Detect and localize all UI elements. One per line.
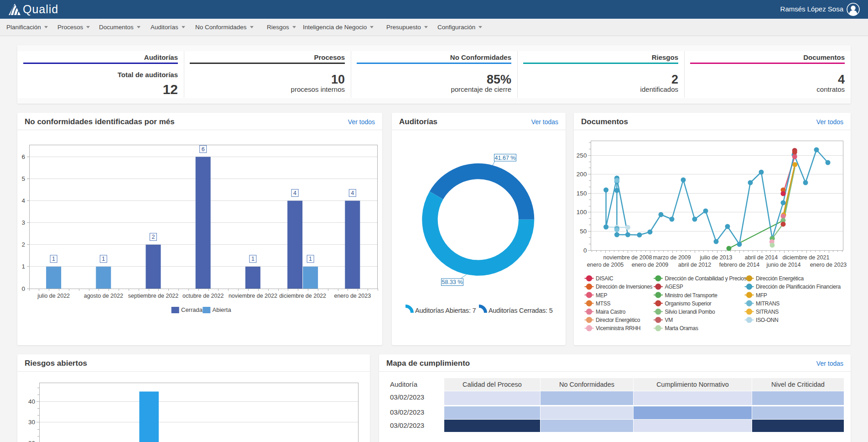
- svg-text:diciembre de 2021: diciembre de 2021: [783, 254, 830, 261]
- svg-text:100: 100: [577, 209, 587, 216]
- svg-text:Maira Castro: Maira Castro: [596, 309, 626, 315]
- svg-text:noviembre de 2022: noviembre de 2022: [229, 293, 277, 299]
- svg-text:Silvio Llerandi Pombo: Silvio Llerandi Pombo: [665, 309, 715, 315]
- svg-text:5: 5: [21, 175, 25, 182]
- svg-text:VM: VM: [665, 317, 673, 323]
- svg-text:julio de 2013: julio de 2013: [700, 254, 733, 261]
- svg-text:Organismo Superior: Organismo Superior: [665, 300, 712, 307]
- svg-text:50: 50: [580, 228, 587, 235]
- svg-text:1: 1: [102, 256, 105, 262]
- svg-text:Viceministra RRHH: Viceministra RRHH: [596, 325, 640, 332]
- svg-text:150: 150: [577, 190, 587, 197]
- svg-text:enero de 2023: enero de 2023: [810, 262, 847, 268]
- svg-text:noviembre de 2008: noviembre de 2008: [603, 254, 652, 261]
- svg-text:Dirección de Planificación Fin: Dirección de Planificación Financiera: [756, 284, 841, 290]
- svg-text:250: 250: [577, 152, 587, 159]
- svg-text:ISO-ONN: ISO-ONN: [756, 317, 778, 323]
- svg-text:20: 20: [28, 440, 35, 442]
- svg-text:MTSS: MTSS: [596, 300, 610, 307]
- svg-text:enero de 2009: enero de 2009: [632, 262, 669, 268]
- svg-text:febrero de 2014: febrero de 2014: [719, 262, 759, 268]
- svg-text:MFP: MFP: [756, 292, 767, 299]
- svg-text:0: 0: [21, 285, 25, 292]
- svg-text:septiembre de 2022: septiembre de 2022: [128, 293, 179, 299]
- svg-text:junio de 2014: junio de 2014: [766, 262, 800, 268]
- svg-text:marzo de 2009: marzo de 2009: [653, 254, 691, 261]
- svg-text:3: 3: [21, 219, 25, 226]
- svg-text:julio de 2022: julio de 2022: [37, 293, 70, 299]
- svg-text:6: 6: [202, 146, 205, 153]
- svg-text:2: 2: [21, 241, 25, 248]
- svg-text:enero de 2005: enero de 2005: [587, 262, 624, 268]
- svg-text:abril de 2012: abril de 2012: [678, 262, 711, 268]
- svg-text:Cerrada: Cerrada: [181, 306, 203, 313]
- svg-text:1: 1: [52, 256, 55, 262]
- svg-text:200: 200: [577, 171, 587, 178]
- svg-text:Auditorías Cerradas: 5: Auditorías Cerradas: 5: [489, 307, 553, 314]
- svg-text:6: 6: [21, 153, 25, 160]
- svg-text:agosto de 2022: agosto de 2022: [84, 293, 123, 299]
- svg-text:1: 1: [21, 263, 25, 270]
- svg-text:Director Energético: Director Energético: [596, 317, 640, 323]
- svg-text:4: 4: [351, 190, 354, 196]
- svg-text:Dirección de Inversiones: Dirección de Inversiones: [596, 284, 652, 290]
- svg-text:enero de 2023: enero de 2023: [334, 293, 371, 299]
- svg-text:octubre de 2022: octubre de 2022: [182, 293, 223, 299]
- svg-text:MEP: MEP: [596, 292, 607, 299]
- svg-text:diciembre de 2022: diciembre de 2022: [279, 293, 326, 299]
- svg-text:Marta Oramas: Marta Oramas: [665, 325, 698, 332]
- svg-text:30: 30: [28, 419, 35, 426]
- svg-text:AGESP: AGESP: [665, 284, 683, 290]
- svg-text:40: 40: [28, 398, 35, 405]
- svg-text:Ministro del Transporte: Ministro del Transporte: [665, 292, 718, 299]
- svg-text:MITRANS: MITRANS: [756, 300, 780, 307]
- svg-text:DISAIC: DISAIC: [596, 275, 613, 282]
- svg-text:Auditorías Abiertas: 7: Auditorías Abiertas: 7: [415, 307, 476, 314]
- svg-text:0: 0: [583, 247, 587, 254]
- svg-text:58.33 %: 58.33 %: [442, 279, 463, 285]
- svg-text:4: 4: [293, 190, 296, 196]
- svg-text:SITRANS: SITRANS: [756, 309, 779, 315]
- svg-text:2: 2: [152, 234, 155, 240]
- svg-text:abril de 2014: abril de 2014: [745, 254, 778, 261]
- svg-text:Dirección de Contabilidad y Pr: Dirección de Contabilidad y Precios: [665, 275, 747, 282]
- svg-text:1: 1: [309, 256, 312, 262]
- svg-text:1: 1: [251, 256, 255, 262]
- svg-text:4: 4: [21, 197, 25, 204]
- svg-text:Abierta: Abierta: [213, 306, 232, 313]
- svg-text:41.67 %: 41.67 %: [495, 155, 516, 161]
- svg-text:Dirección Energética: Dirección Energética: [756, 275, 804, 282]
